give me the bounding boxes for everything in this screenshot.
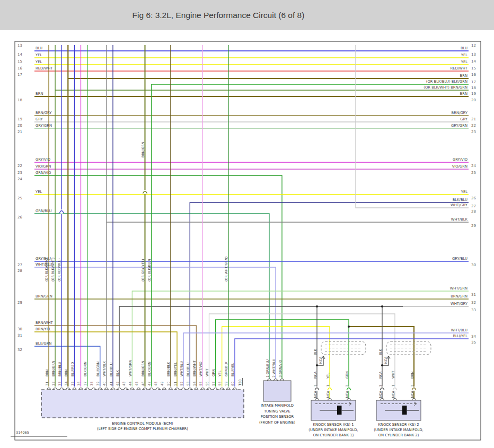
ecm-pin-wire-label: BLU/RED: [70, 362, 74, 376]
right-pin-number: 32: [471, 301, 476, 305]
left-pin-number: 18: [17, 98, 22, 102]
ecm-pin-wire-label: BRN/BLK: [166, 362, 170, 376]
right-pin-number: 17: [471, 80, 476, 84]
figure-code: 314065: [16, 431, 29, 435]
left-pin-number: 28: [17, 269, 22, 273]
ecm-pin-number: 32: [51, 381, 55, 385]
ks-pin-nca-label: NCA: [391, 390, 395, 398]
right-pin-number: 23: [471, 130, 476, 134]
ecm-pin-number: 39: [96, 381, 100, 385]
right-pin-label: RED/WHT: [450, 66, 467, 71]
wire-annotation: (OR BLK/GRN): [45, 258, 48, 282]
left-pin-number: 21: [17, 130, 22, 134]
ecm-pin-number: 60: [231, 381, 234, 385]
left-pin-label: GRN/VIO: [36, 171, 51, 175]
left-pin-label: GRY/BLU: [36, 257, 51, 261]
left-pin-number: 24: [17, 177, 22, 181]
ecm-pin-number: 38: [90, 381, 93, 385]
left-pin-number: 29: [17, 301, 22, 305]
ks-wire-label: BRN: [410, 371, 414, 379]
ecm-pin-number: 56: [205, 381, 209, 385]
ks-pin-nca-label: NCA: [313, 390, 317, 398]
right-pin-number: 28: [471, 209, 476, 214]
right-pin-label: WHT/BLU: [451, 328, 467, 332]
ecm-pin-wire-label: BRN/YEL: [173, 362, 177, 376]
right-pin-label: GRY/BLU: [452, 257, 467, 261]
right-pin-number: 14: [471, 59, 476, 64]
left-pin-number: 14: [17, 52, 22, 57]
knock-sensor-caption: KNOCK SENSOR (KS) 1: [313, 423, 354, 427]
left-pin-label: BLU: [36, 46, 42, 50]
left-pin-label: WHT/BLU: [36, 262, 52, 267]
right-pin-label: WHT/GRN: [450, 286, 467, 291]
ks-pin-nca-label: NCA: [326, 390, 330, 398]
right-pin-number: 34: [471, 335, 476, 339]
right-pin-number: 25: [471, 171, 476, 175]
knock-sensor-caption: ON CYLINDER BANK 2): [378, 433, 419, 437]
ecm-pin-number: 46: [141, 381, 145, 385]
ks-shield-nca-label: NCA: [319, 356, 322, 364]
right-pin-label: BRN: [460, 92, 467, 96]
right-pin-number: 35: [471, 340, 476, 345]
right-pin-number: 16: [471, 73, 476, 77]
ecm-pin-wire-label: BRN/GRN: [141, 361, 145, 376]
ecm-box: [41, 390, 244, 418]
ks-shield-nca-label: NCA: [384, 356, 387, 364]
intake-sensor-caption: TUNING VALVE: [263, 409, 290, 414]
ks-wire-label: WHT: [391, 371, 395, 379]
wiring-diagram: 14BLU15YEL16YEL17RED/WHT18BRN19BRN/GRY20…: [0, 0, 494, 448]
ecm-pin-number: 44: [128, 381, 132, 385]
ecm-pin-number: 51: [173, 381, 177, 385]
left-pin-number: 25: [17, 196, 22, 200]
knock-sensor-caption: KNOCK SENSOR (KS) 2: [378, 423, 419, 427]
ecm-pin-wire-label: BRN/BLU: [58, 362, 61, 376]
ecm-pin-number: 41: [109, 381, 113, 385]
left-pin-number: 26: [17, 215, 22, 219]
intake-sensor-box: [263, 381, 291, 401]
right-pin-label: GRY/VIO: [453, 157, 467, 162]
right-pin-number: 27: [471, 204, 476, 208]
ks-wire-label: YEL: [326, 372, 330, 379]
left-pin-number: 16: [17, 66, 22, 71]
ecm-pin-wire-label: WHT: [205, 368, 209, 376]
ecm-pin-wire-label: BRN: [45, 369, 49, 376]
ecm-pin-number: 34: [64, 381, 68, 385]
left-pin-label: BRN: [36, 92, 43, 96]
left-pin-label: BRN/GRN: [36, 294, 52, 298]
left-pin-label: BRN/YEL: [36, 327, 51, 331]
ecm-pin-number: 57: [211, 381, 215, 385]
right-pin-label: BLK/BLU: [453, 198, 467, 202]
intake-sensor-caption: INTAKE MANIFOLD: [261, 403, 294, 408]
right-pin-label: (OR BLK/BLU) BLK/GRN: [426, 80, 467, 84]
right-pin-number: 22: [471, 124, 476, 128]
junction-dot: [381, 364, 383, 366]
left-pin-number: 32: [17, 348, 22, 352]
left-pin-number: 20: [17, 124, 22, 128]
diagram-frame: [15, 41, 481, 440]
ecm-pin-wire-label: WHT/GRN: [128, 360, 132, 376]
right-pin-label: WHT/BLK: [451, 217, 468, 222]
left-pin-label: YEL: [35, 190, 42, 194]
ecm-pin-number: 48: [154, 381, 157, 385]
ks-pin-number: 1: [326, 384, 330, 386]
ks-pin-nca-label: NCA: [345, 390, 349, 398]
left-pin-number-partial: 13: [17, 43, 22, 48]
ks-pin-nca-label: NCA: [378, 390, 382, 398]
right-pin-label: BRN/GRN: [451, 294, 467, 298]
knock-sensor-caption: (UNDER INTAKE MANIFOLD,: [374, 428, 423, 432]
intake-pin-label: 2 WHT/BLU: [272, 359, 276, 377]
left-pin-label: VIO/GRN: [36, 164, 51, 169]
left-pin-number: 31: [17, 333, 22, 338]
ecm-caption: (LEFT SIDE OF ENGINE COMPT PLENUM CHAMBE…: [97, 427, 188, 431]
ecm-pin-number: 40: [102, 381, 106, 385]
ks-pin-number: 2: [345, 384, 349, 386]
ecm-pin-wire-label: BLU/YEL: [231, 363, 234, 376]
left-pin-label: BLU/GRN: [36, 341, 51, 346]
ecm-pin-number: 54: [192, 381, 196, 385]
left-pin-number: 17: [17, 73, 22, 77]
ecm-pin-wire-label: YEL: [218, 370, 222, 377]
ecm-pin-number: 37: [83, 381, 87, 385]
ecm-pin-wire-label: GRN/BLK: [224, 361, 228, 376]
left-pin-label: BRN/GRY: [36, 111, 52, 115]
ecm-pin-number: 36: [77, 381, 81, 385]
